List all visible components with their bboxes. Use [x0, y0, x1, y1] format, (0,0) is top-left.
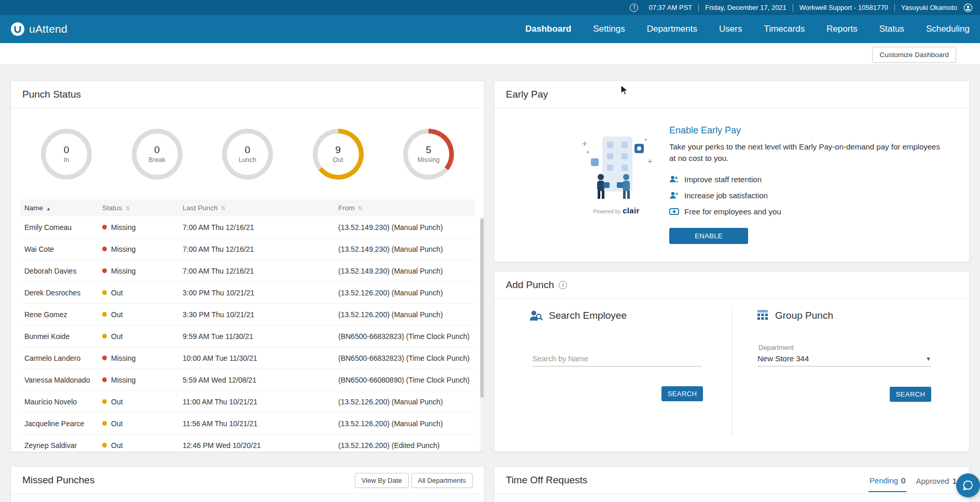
- donut-value: 0: [154, 144, 160, 156]
- status-label: Out: [111, 441, 123, 450]
- employee-name: Carmelo Landero: [20, 352, 98, 364]
- group-punch-search-button[interactable]: SEARCH: [890, 387, 931, 402]
- brand[interactable]: uAttend: [10, 22, 67, 36]
- donut-value: 0: [64, 144, 70, 156]
- search-employee-button[interactable]: SEARCH: [661, 386, 703, 401]
- employee-name: Deborah Davies: [20, 265, 98, 277]
- people-icon: [669, 175, 679, 184]
- missed-punches-title: Missed Punches: [22, 474, 94, 486]
- enable-early-pay-heading[interactable]: Enable Early Pay: [669, 125, 948, 136]
- donut-label: Lunch: [239, 156, 256, 164]
- nav-item-departments[interactable]: Departments: [647, 24, 697, 34]
- table-row[interactable]: Maurício Novelo Out 11:00 AM Thu 10/21/2…: [20, 391, 475, 413]
- sort-icon[interactable]: ⇅: [125, 205, 130, 211]
- col-status[interactable]: Status⇅: [98, 204, 178, 212]
- nav-item-dashboard[interactable]: Dashboard: [525, 24, 571, 34]
- employee-name: Emily Comeau: [20, 221, 98, 234]
- bullet-item: Increase job satisfaction: [669, 187, 948, 203]
- support-account: Workwell Support - 10581770: [799, 4, 888, 11]
- punch-source: (BN6500-66832823) (Time Clock Punch): [334, 330, 475, 343]
- punch-source: (BN6500-66832823) (Time Clock Punch): [334, 352, 475, 364]
- employee-name: Wai Cote: [20, 243, 98, 255]
- person-star-icon: [669, 191, 679, 200]
- tab-pending[interactable]: Pending 0: [868, 469, 906, 492]
- user-avatar-icon[interactable]: [963, 3, 973, 12]
- table-row[interactable]: Vanessa Maldonado Missing 5:59 AM Wed 12…: [20, 369, 475, 391]
- table-row[interactable]: Deborah Davies Missing 7:00 AM Thu 12/16…: [20, 260, 475, 282]
- early-pay-card: Early Pay: [494, 80, 970, 262]
- early-pay-text: Enable Early Pay Take your perks to the …: [669, 125, 948, 244]
- time-off-title: Time Off Requests: [506, 474, 587, 486]
- status-dot: [102, 377, 107, 382]
- tab-approved[interactable]: Approved 1: [915, 469, 958, 492]
- chat-button[interactable]: [956, 473, 980, 497]
- bullet-item: Free for employees and you: [669, 203, 948, 220]
- sort-asc-icon[interactable]: ▲: [46, 206, 51, 211]
- department-select[interactable]: New Store 344 ▼: [757, 351, 931, 367]
- nav-item-settings[interactable]: Settings: [593, 24, 625, 34]
- all-departments-button[interactable]: All Departments: [411, 473, 473, 488]
- sort-icon[interactable]: ⇅: [358, 205, 363, 211]
- status-cell: Out: [98, 417, 178, 430]
- add-punch-header: Add Punch i: [494, 272, 969, 299]
- table-row[interactable]: Emily Comeau Missing 7:00 AM Thu 12/16/2…: [20, 216, 475, 238]
- group-punch-heading: Group Punch: [756, 309, 833, 322]
- status-cell: Out: [98, 439, 178, 452]
- divider: [793, 4, 793, 11]
- alert-icon[interactable]: !: [630, 4, 638, 12]
- col-last-punch[interactable]: Last Punch⇅: [178, 204, 334, 212]
- divider: [698, 4, 699, 11]
- early-pay-bullets: Improve staff retention Increase job sat…: [669, 171, 948, 220]
- divider: [894, 4, 895, 11]
- clair-logo: clair: [623, 206, 639, 215]
- info-icon[interactable]: i: [559, 281, 567, 289]
- status-cell: Missing: [98, 374, 178, 386]
- status-dot: [102, 443, 107, 447]
- donut-out: 9Out: [313, 129, 364, 180]
- department-label: Department: [758, 344, 794, 351]
- pending-count: 0: [901, 476, 905, 485]
- early-pay-description: Take your perks to the next level with E…: [669, 141, 948, 164]
- nav-item-status[interactable]: Status: [879, 24, 904, 34]
- user-name[interactable]: Yasuyuki Okamoto: [901, 4, 957, 11]
- utility-bar: ! 07:37 AM PST Friday, December 17, 2021…: [0, 0, 980, 15]
- status-dot: [102, 334, 107, 338]
- table-row[interactable]: Zeynep Saldivar Out 12:46 PM Wed 10/20/2…: [20, 435, 475, 452]
- sort-icon[interactable]: ⇅: [221, 205, 226, 211]
- search-employee-input[interactable]: [532, 351, 702, 367]
- last-punch: 7:00 AM Thu 12/16/21: [178, 265, 334, 277]
- table-row[interactable]: Jacqueline Pearce Out 11:56 AM Thu 10/21…: [20, 413, 475, 435]
- view-by-date-button[interactable]: View By Date: [355, 473, 409, 488]
- status-cell: Missing: [98, 265, 178, 277]
- nav-item-timecards[interactable]: Timecards: [764, 24, 805, 34]
- donut-value: 5: [426, 144, 432, 156]
- enable-button[interactable]: ENABLE: [669, 228, 748, 244]
- status-dot: [102, 312, 107, 317]
- table-row[interactable]: Wai Cote Missing 7:00 AM Thu 12/16/21 (1…: [20, 238, 475, 260]
- punch-status-card: Punch Status 0In 0Break 0Lunch 9Out 5Mis…: [10, 80, 485, 452]
- table-row[interactable]: Rene Gomez Out 3:30 PM Thu 10/21/21 (13.…: [20, 304, 475, 325]
- table-scrollbar-thumb[interactable]: [480, 219, 484, 398]
- table-row[interactable]: Derek Desroches Out 3:00 PM Thu 10/21/21…: [20, 282, 475, 304]
- status-cell: Out: [98, 287, 178, 299]
- nav-item-users[interactable]: Users: [719, 24, 742, 34]
- vertical-divider: [732, 306, 733, 436]
- employee-name: Jacqueline Pearce: [20, 417, 98, 430]
- punch-table-header: Name▲ Status⇅ Last Punch⇅ From⇅: [20, 199, 475, 216]
- status-label: Missing: [111, 245, 135, 253]
- col-from[interactable]: From⇅: [334, 204, 475, 212]
- punch-source: (13.52.126.200) (Edited Punch): [334, 439, 475, 452]
- donut-in: 0In: [41, 129, 92, 180]
- table-row[interactable]: Bunmei Koide Out 9:59 AM Tue 11/30/21 (B…: [20, 325, 475, 347]
- last-punch: 11:00 AM Thu 10/21/21: [178, 396, 334, 408]
- add-punch-card: Add Punch i Search Employee SEARCH: [494, 271, 970, 452]
- employee-name: Bunmei Koide: [20, 330, 98, 343]
- nav-item-reports[interactable]: Reports: [826, 24, 858, 34]
- customize-dashboard-button[interactable]: Customize Dashboard: [872, 47, 956, 63]
- nav-item-scheduling[interactable]: Scheduling: [926, 24, 970, 34]
- current-date: Friday, December 17, 2021: [705, 4, 786, 11]
- table-row[interactable]: Carmelo Landero Missing 10:00 AM Tue 11/…: [20, 347, 475, 369]
- sub-header: Customize Dashboard: [0, 43, 980, 65]
- col-name[interactable]: Name▲: [20, 204, 98, 212]
- bullet-label: Improve staff retention: [684, 175, 762, 184]
